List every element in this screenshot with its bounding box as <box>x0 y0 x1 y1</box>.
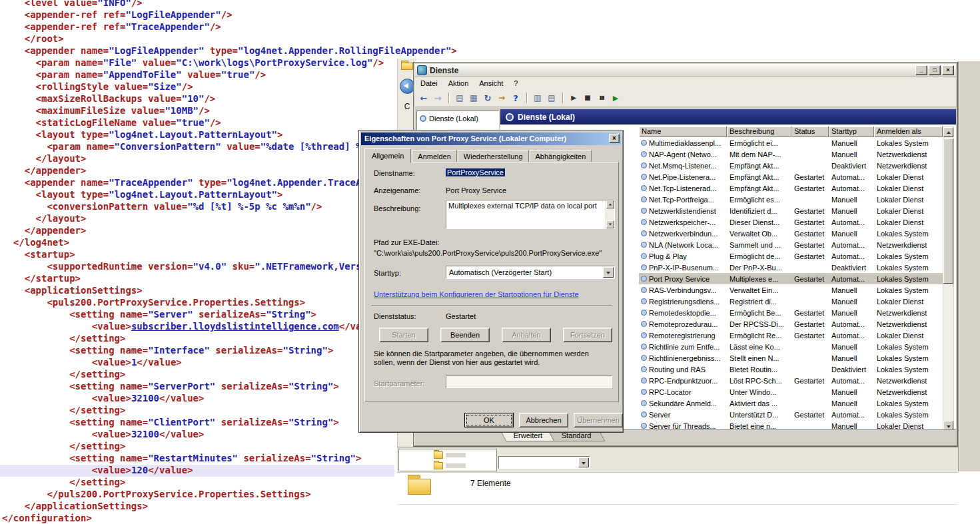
dialog-tab-anmelden[interactable]: Anmelden <box>412 150 457 162</box>
service-row[interactable]: Richtlinienergebniss...Stellt einen N...… <box>639 352 943 364</box>
service-row[interactable]: RPC-Endpunktzuor...Löst RPC-Sch...Gestar… <box>639 375 943 386</box>
service-button-beenden[interactable]: Beenden <box>440 328 490 342</box>
close-button[interactable]: × <box>942 65 954 75</box>
services-app-icon <box>417 65 427 75</box>
column-header-anmeldenals[interactable]: Anmelden als <box>874 127 943 137</box>
service-row[interactable]: Remoteprozedurau...Der RPCSS-Di...Gestar… <box>639 318 943 330</box>
anzeigename-value[interactable]: Port Proxy Service <box>446 186 506 194</box>
textarea-scrollbar[interactable] <box>606 200 614 228</box>
folder-list-item[interactable] <box>399 449 496 460</box>
service-icon <box>641 287 647 293</box>
scroll-up-button[interactable] <box>943 127 953 137</box>
column-header-name[interactable]: Name <box>639 127 727 137</box>
service-row[interactable]: Plug & PlayErmöglicht de...GestartetAuto… <box>639 250 943 262</box>
menu-item-aktion[interactable]: Aktion <box>443 79 474 87</box>
folder-list[interactable] <box>398 449 497 471</box>
dialog-titlebar[interactable]: Eigenschaften von Port Proxy Service (Lo… <box>361 132 621 145</box>
properties-dialog: Eigenschaften von Port Proxy Service (Lo… <box>358 130 624 433</box>
show-tree-icon[interactable]: ▤ <box>455 94 464 102</box>
service-row[interactable]: Sekundäre Anmeld...Aktiviert das ...Manu… <box>639 397 943 409</box>
service-icon <box>641 185 647 191</box>
service-row[interactable]: Netzwerkverbindun...Verwaltet Ob...Gesta… <box>639 228 943 239</box>
service-button-fortsetzen[interactable]: Fortsetzen <box>563 328 612 342</box>
restart-service-icon[interactable]: ▶ <box>611 95 620 102</box>
dropdown-button[interactable] <box>578 457 589 467</box>
service-row[interactable]: Net.Tcp-Portfreiga...Ermöglicht es...Man… <box>639 194 943 205</box>
service-icon <box>641 264 647 270</box>
back-icon[interactable]: ← <box>419 94 428 103</box>
properties-icon[interactable]: ▦ <box>469 94 478 102</box>
service-row[interactable]: NLA (Network Loca...Sammelt und ...Gesta… <box>639 239 943 250</box>
service-row[interactable]: Port Proxy ServiceMultiplexes e...Gestar… <box>639 273 943 284</box>
menu-item-?[interactable]: ? <box>508 79 523 87</box>
beschreibung-textarea[interactable]: Multiplexes external TCP/IP data on loca… <box>446 200 615 229</box>
folder-icon <box>401 61 413 69</box>
service-row[interactable]: NAP-Agent (Netwo...Mit dem NAP-...Manuel… <box>639 148 943 160</box>
refresh-icon[interactable]: ↻ <box>483 94 492 103</box>
filter-combobox[interactable] <box>498 456 590 469</box>
dienstname-value[interactable]: PortProxyService <box>446 168 505 176</box>
start-service-icon[interactable]: ▶ <box>569 95 578 101</box>
service-row[interactable]: Routing und RASBietet Routin...Deaktivie… <box>639 364 943 375</box>
dialog-tab-abhngigkeiten[interactable]: Abhängigkeiten <box>530 150 592 162</box>
dropdown-button[interactable] <box>603 267 614 278</box>
pause-service-icon[interactable]: ▮▮ <box>597 95 606 101</box>
service-row[interactable]: Net.Msmq-Listener...Empfängt Akt...Deakt… <box>639 160 943 171</box>
service-icon <box>641 230 647 236</box>
folder-list-item[interactable] <box>399 460 496 471</box>
services-node-icon <box>420 115 426 122</box>
scroll-up-button[interactable] <box>606 200 614 208</box>
dialog-button-ok[interactable]: OK <box>464 413 514 427</box>
service-row[interactable]: Net.Tcp-Listenerad...Empfängt Akt...Gest… <box>639 182 943 194</box>
close-button[interactable]: × <box>609 134 620 143</box>
service-row[interactable]: Netzwerkspeicher-...Dieser Dienst...Gest… <box>639 216 943 228</box>
stop-service-icon[interactable]: ■ <box>583 95 592 101</box>
service-row[interactable]: Multimediaklassenpl...Ermöglicht ei...Ma… <box>639 137 943 148</box>
service-icon <box>641 355 647 361</box>
separator <box>371 305 612 306</box>
service-row[interactable]: PnP-X-IP-Busenum...Der PnP-X-Bu...Deakti… <box>639 262 943 273</box>
pane-header: Dienste (Lokal) <box>500 109 956 125</box>
menu-item-ansicht[interactable]: Ansicht <box>474 79 508 87</box>
dialog-tab-wiederherstellung[interactable]: Wiederherstellung <box>458 150 529 162</box>
export-list-icon[interactable]: → <box>497 94 506 102</box>
service-row[interactable]: Remotedesktopdie...Ermöglicht Be...Gesta… <box>639 307 943 318</box>
dialog-tabstrip: AllgemeinAnmeldenWiederherstellungAbhäng… <box>364 148 592 162</box>
list-view-icon[interactable]: ▥ <box>533 94 542 102</box>
service-row[interactable]: ServerUnterstützt D...GestartetAutomat..… <box>639 409 943 420</box>
service-row[interactable]: Registrierungsdiens...Registriert di...M… <box>639 296 943 307</box>
startparameter-input[interactable] <box>446 376 612 388</box>
starttyp-combobox[interactable]: Automatisch (Verzögerter Start) <box>446 266 615 279</box>
service-row[interactable]: Richtlinie zum Entfe...Lässt eine Ko...M… <box>639 341 943 352</box>
dialog-tab-allgemein[interactable]: Allgemein <box>364 148 411 163</box>
service-row[interactable]: Net.Pipe-Listenera...Empfängt Akt...Gest… <box>639 171 943 182</box>
service-icon <box>641 321 647 327</box>
service-row[interactable]: NetzwerklistendienstIdentifiziert d...Ge… <box>639 205 943 216</box>
dialog-button-abbrechen[interactable]: Abbrechen <box>519 413 568 427</box>
service-button-anhalten[interactable]: Anhalten <box>502 328 551 342</box>
scroll-thumb[interactable] <box>943 138 953 284</box>
column-header-status[interactable]: Status <box>791 127 829 137</box>
service-row[interactable]: RAS-Verbindungsv...Verwaltet Ein...Manue… <box>639 284 943 296</box>
forward-icon[interactable]: → <box>433 94 442 103</box>
service-row[interactable]: RemoteregistrierungErmöglicht Re...Gesta… <box>639 330 943 341</box>
maximize-button[interactable]: □ <box>929 65 941 75</box>
dialog-button-bernehmen[interactable]: Übernehmen <box>574 413 623 427</box>
scroll-down-button[interactable] <box>606 220 614 228</box>
service-row[interactable]: RPC-LocatorUnter Windo...ManuellNetzwerk… <box>639 386 943 397</box>
service-button-starten[interactable]: Starten <box>379 328 428 342</box>
details-view-icon[interactable]: ▤ <box>547 94 556 102</box>
scrollbar[interactable] <box>943 127 954 431</box>
startoptions-help-link[interactable]: Unterstützung beim Konfigurieren der Sta… <box>374 290 579 298</box>
tree-node-services[interactable]: Dienste (Lokal) <box>420 113 496 124</box>
service-icon <box>641 389 647 395</box>
column-header-beschreibung[interactable]: Beschreibung <box>727 127 791 137</box>
beschreibung-text: Multiplexes external TCP/IP data on loca… <box>448 202 605 210</box>
minimize-button[interactable]: _ <box>915 65 927 75</box>
help-icon[interactable]: ? <box>511 94 520 103</box>
menu-item-datei[interactable]: Datei <box>415 79 443 87</box>
column-header-starttyp[interactable]: Starttyp <box>829 127 874 137</box>
explorer-status-area: 7 Elemente <box>397 472 958 505</box>
startparameter-label: Startparameter: <box>374 380 424 388</box>
services-window-titlebar[interactable]: Dienste _□× <box>415 64 956 77</box>
